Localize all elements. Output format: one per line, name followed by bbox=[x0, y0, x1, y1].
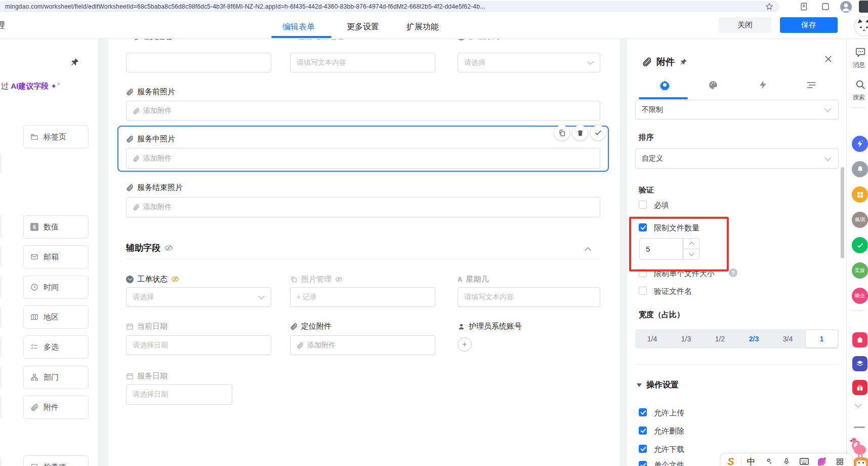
field-button-partial[interactable] bbox=[0, 335, 1, 359]
ime-lang-toggle[interactable]: 中 bbox=[741, 456, 761, 466]
service-end-address-input[interactable]: 请填写文本内容 bbox=[290, 53, 435, 72]
field-button-partial[interactable] bbox=[0, 396, 1, 419]
contact-avatar[interactable]: 佩琪 bbox=[852, 212, 868, 228]
tab-more-settings[interactable]: 更多设置 bbox=[347, 22, 379, 32]
ime-punctuation-toggle[interactable] bbox=[761, 456, 778, 466]
ai-suggest-link[interactable]: AI建议字段 bbox=[11, 82, 49, 90]
width-option-1-4[interactable]: 1/4 bbox=[635, 329, 669, 348]
sidebar-item-department[interactable]: 部门 bbox=[23, 366, 89, 389]
tab-settings-gear-icon[interactable] bbox=[659, 80, 670, 90]
dock-expand-chevron[interactable] bbox=[855, 401, 861, 408]
done-check-app-icon[interactable] bbox=[852, 237, 868, 253]
help-icon[interactable]: ? bbox=[729, 268, 737, 277]
user-avatar-cat[interactable] bbox=[854, 16, 868, 36]
pin-icon[interactable] bbox=[679, 58, 688, 66]
browser-extension-icon[interactable] bbox=[821, 2, 830, 11]
width-option-2-3[interactable]: 2/3 bbox=[737, 329, 771, 348]
sort-select[interactable]: 自定义 bbox=[635, 148, 839, 169]
collapse-section-chevron[interactable] bbox=[585, 247, 591, 254]
sidebar-item-email[interactable]: 邮箱 bbox=[23, 245, 89, 268]
copy-field-button[interactable] bbox=[554, 125, 569, 140]
sidebar-item-number[interactable]: 6 数值 bbox=[23, 215, 89, 239]
search-icon[interactable] bbox=[855, 79, 866, 90]
browser-menu-button[interactable] bbox=[859, 1, 868, 13]
field-button-partial[interactable] bbox=[0, 215, 1, 239]
robot-sticker[interactable] bbox=[854, 457, 868, 466]
field-button-partial[interactable] bbox=[0, 305, 1, 329]
validate-filename-checkbox[interactable] bbox=[639, 287, 647, 295]
care-method-select[interactable]: 请选择 bbox=[458, 53, 600, 72]
limit-file-count-checkbox[interactable] bbox=[639, 223, 647, 231]
ime-skin-bird-icon[interactable] bbox=[813, 456, 831, 466]
tab-style-palette-icon[interactable] bbox=[708, 80, 718, 90]
bookmark-star-icon[interactable] bbox=[765, 3, 773, 11]
confirm-field-button[interactable] bbox=[591, 125, 606, 140]
service-date-picker[interactable]: 请选择日期 bbox=[126, 384, 232, 405]
dock-minimize-dash[interactable] bbox=[854, 426, 865, 428]
sidebar-item-time[interactable]: 时间 bbox=[23, 276, 89, 299]
photo-manage-add-record[interactable]: + 记录 bbox=[290, 287, 435, 307]
apps-grid-icon[interactable] bbox=[852, 186, 868, 203]
pre-service-photo-attach-box[interactable]: 添加附件 bbox=[126, 101, 600, 121]
limit-file-size-checkbox[interactable] bbox=[639, 269, 647, 277]
ime-mic-icon[interactable] bbox=[778, 456, 795, 466]
mid-service-photo-attach-box[interactable]: 添加附件 bbox=[126, 148, 600, 169]
weekday-input[interactable]: 请填写文本内容 bbox=[458, 287, 600, 307]
width-option-1-2[interactable]: 1/2 bbox=[703, 329, 737, 348]
field-button-partial[interactable] bbox=[0, 455, 1, 466]
width-option-3-4[interactable]: 3/4 bbox=[771, 329, 805, 348]
tab-more-lines-icon[interactable] bbox=[806, 81, 816, 89]
ticket-status-select[interactable]: 请选择 bbox=[126, 287, 271, 307]
gift-app-icon[interactable] bbox=[852, 380, 867, 395]
sidebar-item-tab-page[interactable]: 标签页 bbox=[23, 125, 89, 148]
tab-extensions[interactable]: 扩展功能 bbox=[406, 22, 439, 32]
url-pill[interactable]: mingdao.com/worksheet/field/editWorkshee… bbox=[0, 1, 779, 12]
delete-field-button[interactable] bbox=[572, 125, 588, 140]
browser-profile-avatar[interactable] bbox=[840, 1, 852, 13]
required-checkbox[interactable] bbox=[639, 201, 647, 209]
contact-avatar[interactable]: 奕旋 bbox=[852, 262, 868, 279]
browser-page-icon[interactable] bbox=[800, 2, 809, 11]
width-option-1[interactable]: 1 bbox=[805, 329, 839, 348]
end-service-photo-attach-box[interactable]: 添加附件 bbox=[126, 197, 600, 217]
sidebar-item-region[interactable]: 地区 bbox=[23, 305, 89, 329]
sidebar-item-check-item[interactable]: 检查项 bbox=[23, 455, 89, 466]
close-button[interactable]: 关闭 bbox=[719, 17, 771, 33]
add-member-button[interactable]: + bbox=[458, 337, 472, 352]
field-button-partial[interactable] bbox=[0, 151, 1, 175]
notification-bell-icon[interactable] bbox=[852, 161, 868, 177]
pin-icon[interactable] bbox=[70, 57, 80, 67]
field-button-partial[interactable] bbox=[0, 245, 1, 268]
ops-section-header[interactable]: 操作设置 bbox=[637, 380, 679, 391]
location-attach-box[interactable]: 添加附件 bbox=[290, 335, 435, 355]
allow-delete-checkbox[interactable] bbox=[639, 426, 647, 435]
sidebar-item-multiselect[interactable]: 多选 bbox=[23, 335, 89, 359]
current-date-picker[interactable]: 请选择日期 bbox=[126, 335, 271, 355]
sogou-logo[interactable]: S bbox=[721, 456, 741, 466]
tab-edit-form[interactable]: 编辑表单 bbox=[282, 22, 315, 32]
ime-keyboard-icon[interactable] bbox=[795, 456, 813, 466]
file-count-input[interactable]: 5 bbox=[639, 238, 683, 260]
message-icon[interactable] bbox=[855, 47, 866, 58]
message-label[interactable]: 消息 bbox=[853, 61, 865, 69]
contact-avatar[interactable]: 晓念 bbox=[852, 288, 868, 304]
search-label[interactable]: 搜索 bbox=[853, 93, 865, 102]
ai-flash-app-icon[interactable] bbox=[852, 136, 868, 152]
close-panel-icon[interactable] bbox=[823, 54, 833, 64]
layers-app-icon[interactable] bbox=[852, 356, 867, 371]
allow-upload-checkbox[interactable] bbox=[639, 408, 647, 416]
width-option-1-3[interactable]: 1/3 bbox=[669, 329, 703, 348]
caregiver-name-input[interactable] bbox=[126, 53, 271, 72]
allow-download-checkbox[interactable] bbox=[639, 445, 647, 453]
home-app-icon[interactable] bbox=[852, 332, 867, 347]
field-button-partial[interactable] bbox=[0, 366, 1, 389]
file-limit-select[interactable]: 不限制 bbox=[635, 100, 839, 120]
field-button-partial[interactable] bbox=[0, 276, 1, 299]
stepper-down-button[interactable] bbox=[683, 249, 699, 260]
stepper-up-button[interactable] bbox=[683, 238, 699, 249]
tab-events-lightning-icon[interactable] bbox=[758, 80, 768, 90]
sidebar-item-attachment[interactable]: 附件 bbox=[23, 396, 89, 419]
panel-scrollbar[interactable] bbox=[841, 167, 844, 258]
save-button[interactable]: 保存 bbox=[780, 17, 838, 33]
ime-toolbox-grid-icon[interactable] bbox=[831, 456, 849, 466]
